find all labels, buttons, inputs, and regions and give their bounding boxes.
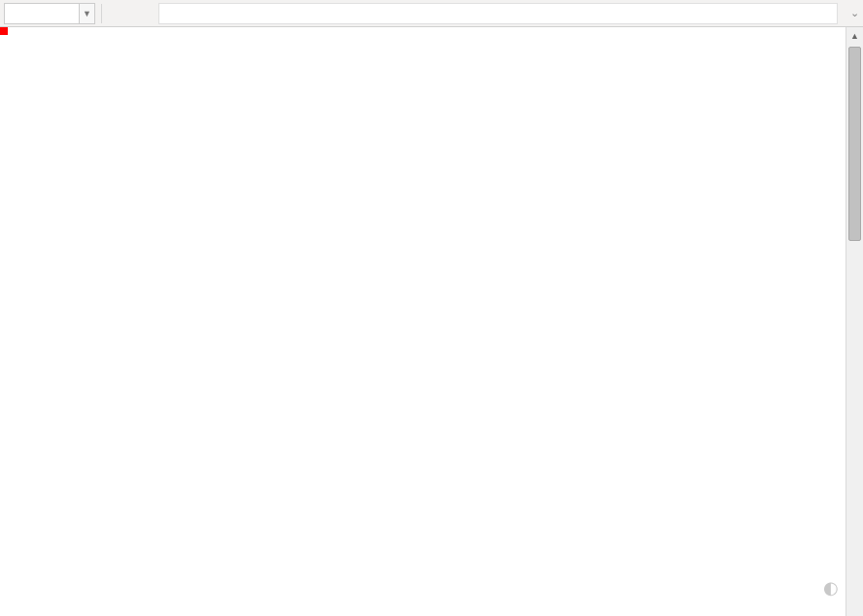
watermark: ◐ xyxy=(823,577,844,599)
vertical-scrollbar[interactable]: ▲ xyxy=(846,27,863,616)
confirm-icon xyxy=(129,3,151,24)
formula-input[interactable] xyxy=(158,3,838,24)
divider xyxy=(101,4,102,23)
scroll-up-icon[interactable]: ▲ xyxy=(846,27,863,45)
watermark-icon: ◐ xyxy=(823,577,840,599)
highlight-border xyxy=(0,27,8,35)
cancel-icon xyxy=(108,3,129,24)
formula-bar: ▼ ⌄ xyxy=(0,0,863,27)
name-box-dropdown[interactable]: ▼ xyxy=(80,3,95,24)
expand-formula-bar-icon[interactable]: ⌄ xyxy=(846,7,863,19)
scrollbar-thumb[interactable] xyxy=(848,47,861,241)
name-box[interactable] xyxy=(4,3,80,24)
